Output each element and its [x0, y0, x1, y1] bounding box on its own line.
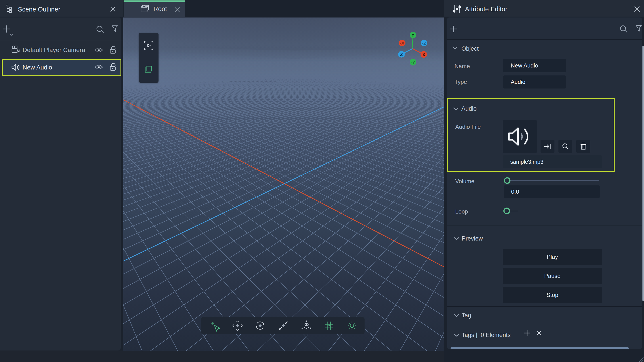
svg-text:X: X	[422, 52, 425, 57]
svg-text:Y: Y	[412, 33, 414, 38]
svg-text:-X: -X	[400, 41, 404, 46]
svg-text:-Y: -Y	[411, 60, 416, 65]
svg-text:Z: Z	[400, 52, 403, 57]
svg-text:-Z: -Z	[422, 41, 426, 46]
